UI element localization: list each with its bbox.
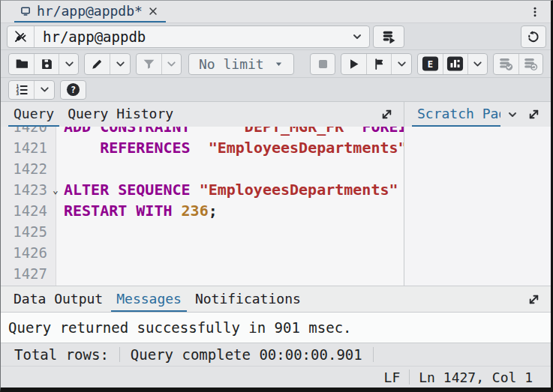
connection-status-icon [8, 26, 35, 47]
connection-select[interactable]: hr/app@appdb [7, 25, 370, 48]
filter-button[interactable] [137, 54, 161, 74]
code-text: RESTART WITH 236; [64, 202, 218, 220]
cursor-position: Ln 1427, Col 1 [410, 370, 542, 385]
code-text: ADD CONSTRAINT "DEPT_MGR_FK" FOREIGN [64, 127, 404, 136]
eol-indicator[interactable]: LF [375, 370, 410, 385]
chevron-down-icon [396, 58, 407, 70]
tab-notifications[interactable]: Notifications [190, 286, 306, 312]
execute-button[interactable] [341, 54, 366, 74]
status-bar-row2: LF Ln 1427, Col 1 [1, 366, 551, 388]
edit-button[interactable] [85, 54, 110, 74]
expand-icon[interactable] [377, 102, 396, 127]
output-panel-tabs: Data Output Messages Notifications [1, 286, 551, 313]
macros-button[interactable]: 123 [9, 81, 34, 99]
explain-options-button[interactable] [467, 54, 488, 74]
close-icon[interactable] [148, 6, 158, 16]
svg-text:?: ? [71, 85, 76, 95]
filter-group [136, 53, 182, 75]
query-panel: Query Query History 1420ADD CONSTRAINT "… [1, 102, 404, 286]
new-connection-button[interactable] [373, 25, 404, 48]
secondary-toolbar: 123? [1, 78, 551, 102]
execute-script-button[interactable] [366, 54, 391, 74]
query-tool-tab-icon [20, 5, 32, 16]
code-text: REFERENCES "EmployeesDepartments" ("Dept… [64, 139, 404, 157]
status-bar-row1: Total rows: Query complete 00:00:00.901 [1, 343, 551, 366]
explain-button[interactable]: E [418, 54, 443, 74]
editor-line: 1426 [1, 242, 404, 263]
line-number: 1424 [1, 202, 47, 219]
editor-line: 1427 [1, 263, 404, 284]
explain-group: E [417, 53, 488, 75]
line-number: 1423 [1, 181, 47, 198]
chevron-down-icon [115, 58, 126, 70]
query-tool-document-tab[interactable]: hr/app@appdb* [14, 1, 166, 22]
chevron-down-icon [345, 31, 369, 43]
commit-button[interactable] [494, 54, 518, 74]
rollback-button[interactable] [518, 54, 543, 74]
help-button[interactable]: ? [61, 81, 86, 99]
flag-icon [373, 58, 386, 70]
transaction-group [493, 53, 543, 75]
editor-line: 1420ADD CONSTRAINT "DEPT_MGR_FK" FOREIGN [1, 127, 404, 137]
expand-icon[interactable] [524, 102, 543, 127]
editor-line: 1422 [1, 158, 404, 179]
chevron-down-icon [472, 58, 483, 70]
tab-query-history[interactable]: Query History [62, 102, 179, 127]
explain-analyze-button[interactable] [443, 54, 467, 74]
chevron-down-icon [39, 84, 50, 95]
save-icon [41, 58, 53, 70]
help-group: ? [60, 80, 86, 100]
divider [373, 347, 374, 362]
document-tab-bar: hr/app@appdb* [1, 1, 551, 23]
editor-line: 1421 REFERENCES "EmployeesDepartments" (… [1, 137, 404, 158]
pgadmin-query-tool-window: hr/app@appdb* hr/app@appdb [0, 0, 553, 392]
save-file-button[interactable] [34, 54, 59, 74]
kebab-menu-icon[interactable] [519, 1, 551, 22]
stop-button[interactable] [311, 54, 335, 74]
svg-text:3: 3 [16, 91, 19, 96]
execute-options-button[interactable] [391, 54, 411, 74]
filter-options-button[interactable] [161, 54, 182, 74]
tab-query[interactable]: Query [8, 102, 59, 127]
sql-editor[interactable]: 1420ADD CONSTRAINT "DEPT_MGR_FK" FOREIGN… [1, 127, 404, 286]
pencil-icon [91, 58, 104, 70]
funnel-icon [143, 58, 155, 70]
ordered-list-icon: 123 [15, 83, 29, 97]
scratch-pad-tabs: Scratch Pad [404, 102, 551, 127]
file-group [8, 53, 79, 75]
tab-scratch-pad[interactable]: Scratch Pad [412, 102, 500, 127]
save-options-button[interactable] [59, 54, 79, 74]
line-number: 1422 [1, 160, 47, 177]
scratch-pad-panel: Scratch Pad [404, 102, 551, 286]
row-limit-select[interactable]: No limit [188, 53, 294, 75]
rotate-reset-icon [527, 30, 540, 43]
chevron-down-icon [64, 58, 75, 70]
db-rollback-icon [524, 57, 538, 71]
editor-line: 1423⌄ALTER SEQUENCE "EmployeesDepartment… [1, 179, 404, 200]
folder-icon [15, 57, 29, 70]
fold-marker-icon[interactable]: ⌄ [47, 185, 64, 195]
explain-analyze-icon [446, 56, 464, 71]
editor-line: 1425 [1, 221, 404, 242]
caret-down-icon [274, 59, 284, 69]
row-limit-value: No limit [199, 56, 264, 72]
tab-messages[interactable]: Messages [111, 286, 187, 312]
reset-layout-button[interactable] [521, 25, 546, 48]
expand-icon[interactable] [524, 286, 543, 312]
stop-icon [317, 58, 329, 70]
scratch-pad-editor[interactable] [404, 127, 551, 286]
tab-data-output[interactable]: Data Output [8, 286, 108, 312]
edit-options-button[interactable] [110, 54, 130, 74]
query-panel-tabs: Query Query History [1, 102, 404, 127]
macros-options-button[interactable] [34, 81, 54, 99]
play-icon [347, 58, 360, 70]
document-tab-title: hr/app@appdb* [37, 3, 143, 19]
open-file-button[interactable] [9, 54, 34, 74]
main-toolbar: No limit E [1, 50, 551, 78]
line-number: 1421 [1, 139, 47, 156]
main-split: Query Query History 1420ADD CONSTRAINT "… [1, 102, 551, 286]
chevron-down-icon[interactable] [503, 102, 521, 127]
line-number: 1426 [1, 244, 47, 261]
svg-text:E: E [427, 59, 432, 70]
chevron-down-icon [166, 58, 177, 70]
